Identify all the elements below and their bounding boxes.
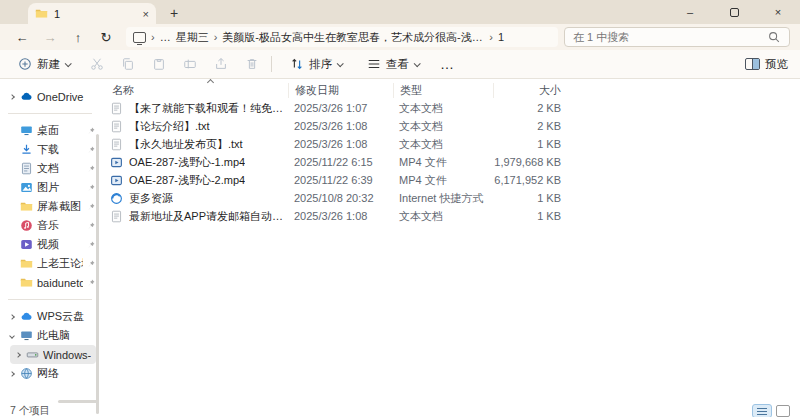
details-view-toggle[interactable]: [752, 404, 772, 417]
file-row[interactable]: OAE-287-浅野心-1.mp4 2025/11/22 6:15 MP4 文件…: [100, 153, 800, 171]
file-row[interactable]: 最新地址及APP请发邮箱自动获取！！！.txt 2025/3/26 1:08 文…: [100, 207, 800, 225]
sidebar-item-documents[interactable]: 文档: [0, 159, 100, 178]
sidebar-item-this-pc[interactable]: 此电脑: [0, 326, 100, 345]
sidebar-item-wps-cloud[interactable]: WPS云盘: [0, 307, 100, 326]
search-input[interactable]: 在 1 中搜索: [564, 27, 790, 47]
sidebar-item-desktop[interactable]: 桌面: [0, 121, 100, 140]
close-button[interactable]: ×: [756, 0, 800, 24]
clipboard-group: [89, 57, 259, 72]
back-button[interactable]: ←: [10, 30, 34, 45]
breadcrumb-item-week[interactable]: 星期三: [176, 30, 209, 45]
pin-icon: [87, 241, 95, 249]
breadcrumb-item-folder[interactable]: 美颜版-极品女高中生在教室思春，艺术成分很高-浅野 [2V+7.77G]: [222, 30, 484, 45]
forward-button[interactable]: →: [38, 30, 62, 45]
new-button[interactable]: 新建: [12, 57, 75, 72]
column-header-size[interactable]: 大小: [493, 83, 567, 98]
breadcrumb-item-current[interactable]: 1: [498, 31, 504, 43]
file-name: OAE-287-浅野心-2.mp4: [129, 173, 245, 188]
sidebar-item-music[interactable]: 音乐: [0, 216, 100, 235]
view-button-label: 查看: [386, 57, 409, 72]
file-date: 2025/11/22 6:39: [288, 174, 393, 186]
sidebar-item-screenshots[interactable]: 屏幕截图: [0, 197, 100, 216]
file-row[interactable]: 【论坛介绍】.txt 2025/3/26 1:08 文本文档 2 KB: [100, 117, 800, 135]
file-date: 2025/10/8 20:32: [288, 192, 393, 204]
file-type: 文本文档: [393, 137, 493, 152]
minimize-button[interactable]: –: [668, 0, 712, 24]
paste-icon[interactable]: [151, 57, 166, 72]
sidebar-item-baidunetdisk[interactable]: baidunetdisk: [0, 273, 100, 292]
sidebar-divider: [8, 299, 92, 300]
sidebar-item-label: WPS云盘: [37, 309, 95, 324]
sidebar-item-label: 图片: [37, 180, 83, 195]
maximize-button[interactable]: [712, 0, 756, 24]
explorer-tab[interactable]: 1 ×: [28, 3, 156, 24]
chevron-down-icon[interactable]: [7, 334, 16, 338]
sidebar-item-downloads[interactable]: 下载: [0, 140, 100, 159]
breadcrumb[interactable]: › … 星期三 › 美颜版-极品女高中生在教室思春，艺术成分很高-浅野 [2V+…: [126, 27, 558, 47]
search-placeholder: 在 1 中搜索: [573, 30, 766, 45]
drive-icon: [26, 348, 39, 361]
delete-icon[interactable]: [244, 57, 259, 72]
chevron-down-icon: [337, 60, 344, 67]
pin-icon: [87, 127, 95, 135]
file-type: 文本文档: [393, 209, 493, 224]
sidebar-item-videos[interactable]: 视频: [0, 235, 100, 254]
document-icon: [20, 162, 33, 175]
sidebar-item-network[interactable]: 网络: [0, 364, 100, 383]
breadcrumb-overflow-button[interactable]: …: [160, 31, 171, 43]
file-name: 最新地址及APP请发邮箱自动获取！！！.txt: [129, 209, 288, 224]
new-tab-button[interactable]: +: [170, 6, 178, 20]
tab-close-icon[interactable]: ×: [143, 8, 149, 20]
column-header-name[interactable]: 名称: [100, 83, 288, 98]
chevron-right-icon[interactable]: [7, 315, 16, 319]
see-more-button[interactable]: …: [440, 56, 455, 72]
rename-icon[interactable]: [182, 57, 197, 72]
file-row[interactable]: 【永久地址发布页】.txt 2025/3/26 1:08 文本文档 1 KB: [100, 135, 800, 153]
toolbar-divider: [271, 56, 272, 72]
refresh-button[interactable]: ↻: [94, 30, 118, 45]
pin-icon: [87, 260, 95, 268]
up-button[interactable]: ↑: [66, 30, 90, 45]
sidebar-item-label: 桌面: [37, 123, 83, 138]
view-button[interactable]: 查看: [361, 57, 424, 72]
network-icon: [20, 367, 33, 380]
onedrive-cloud-icon: [20, 90, 33, 103]
copy-icon[interactable]: [120, 57, 135, 72]
column-header-type[interactable]: 类型: [393, 83, 493, 98]
file-name: 【来了就能下载和观看！纯免费！】.txt: [129, 101, 288, 116]
sidebar-item-onedrive[interactable]: OneDrive: [0, 87, 100, 106]
share-icon[interactable]: [213, 57, 228, 72]
file-type: MP4 文件: [393, 173, 493, 188]
navigation-bar: ← → ↑ ↻ › … 星期三 › 美颜版-极品女高中生在教室思春，艺术成分很高…: [0, 24, 800, 50]
pin-icon: [87, 203, 95, 211]
sidebar-item-pictures[interactable]: 图片: [0, 178, 100, 197]
sidebar-scrollbar-horizontal[interactable]: [58, 400, 98, 403]
large-icons-view-toggle[interactable]: [776, 405, 790, 417]
sidebar-item-forum-folder[interactable]: 上老王论坛当: [0, 254, 100, 273]
cut-icon[interactable]: [89, 57, 104, 72]
chevron-separator-icon: ›: [151, 31, 155, 43]
chevron-right-icon[interactable]: [13, 353, 22, 357]
chevron-right-icon[interactable]: [7, 372, 16, 376]
file-row[interactable]: 【来了就能下载和观看！纯免费！】.txt 2025/3/26 1:07 文本文档…: [100, 99, 800, 117]
preview-toggle[interactable]: 预览: [745, 57, 788, 72]
column-header-date[interactable]: 修改日期: [288, 83, 393, 98]
file-type: 文本文档: [393, 119, 493, 134]
file-row[interactable]: 更多资源 2025/10/8 20:32 Internet 快捷方式 1 KB: [100, 189, 800, 207]
file-type: 文本文档: [393, 101, 493, 116]
chevron-right-icon[interactable]: [7, 95, 16, 99]
sort-icon: [289, 57, 304, 72]
music-icon: [20, 219, 33, 232]
file-row[interactable]: OAE-287-浅野心-2.mp4 2025/11/22 6:39 MP4 文件…: [100, 171, 800, 189]
pin-icon: [87, 222, 95, 230]
file-name: 【永久地址发布页】.txt: [129, 137, 243, 152]
search-icon: [766, 30, 781, 45]
sort-button[interactable]: 排序: [284, 57, 347, 72]
items-count: 7 个项目: [10, 404, 50, 417]
pin-icon: [87, 279, 95, 287]
preview-pane-icon: [745, 58, 760, 70]
sidebar-item-label: OneDrive: [37, 91, 95, 103]
chevron-separator-icon: ›: [214, 31, 218, 43]
sidebar-scrollbar-vertical[interactable]: [96, 134, 99, 414]
sidebar-item-windows-ssd[interactable]: Windows-SSD: [10, 345, 96, 364]
